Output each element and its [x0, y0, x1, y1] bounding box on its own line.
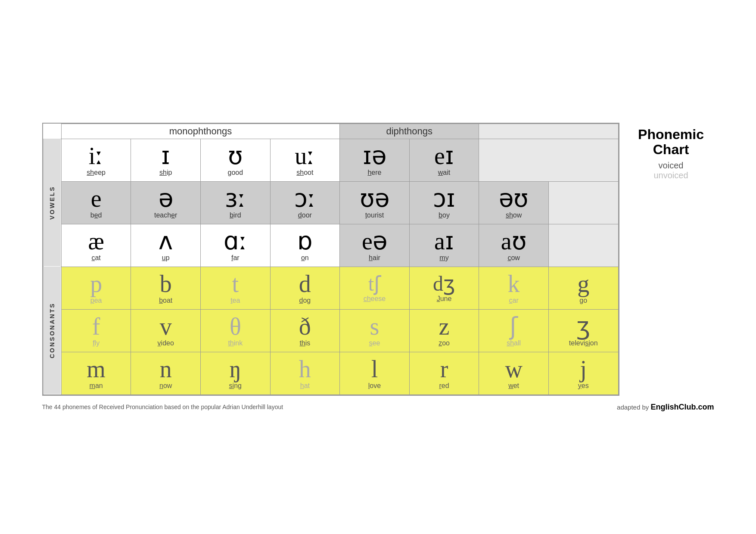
chart-container: monophthongs diphthongs VOWELS iː sheep: [42, 123, 619, 396]
cell-b: b boat: [131, 267, 201, 309]
cell-oo: ɔː door: [270, 181, 340, 224]
voiced-label: voiced: [628, 161, 714, 171]
cell-s: s see: [340, 309, 410, 352]
header-diphthongs: diphthongs: [340, 124, 479, 139]
cell-tsh: tʃ cheese: [340, 267, 410, 309]
consonant-row-3: m man n now ŋ sing: [43, 352, 618, 394]
cell-j: j yes: [548, 352, 618, 394]
cell-k: k car: [479, 267, 549, 309]
cell-dzh: dʒ June: [409, 267, 479, 309]
cell-oi: ɔɪ boy: [409, 181, 479, 224]
cell-l: l love: [340, 352, 410, 394]
header-row: monophthongs diphthongs: [43, 124, 618, 139]
cell-uu: uː shoot: [270, 139, 340, 181]
cell-d: d dog: [270, 267, 340, 309]
cell-schwa: ə teacher: [131, 181, 201, 224]
cell-t: t tea: [201, 267, 271, 309]
cell-ue: ʊə tourist: [340, 181, 410, 224]
empty-2: [548, 181, 618, 224]
consonant-row-1: CONSONANTS p pea b boat: [43, 267, 618, 309]
cell-f: f fly: [61, 309, 131, 352]
cell-ii: iː sheep: [61, 139, 131, 181]
header-monophthongs: monophthongs: [61, 124, 339, 139]
cell-ng: ŋ sing: [201, 352, 271, 394]
vowel-row-3: æ cat ʌ up ɑː far: [43, 224, 618, 267]
cell-ea: eə hair: [340, 224, 410, 267]
title-block: Phonemic Chart voiced unvoiced: [628, 123, 714, 180]
top-section: monophthongs diphthongs VOWELS iː sheep: [42, 123, 714, 396]
consonant-row-2: f fly v video θ think: [43, 309, 618, 352]
unvoiced-label: unvoiced: [628, 171, 714, 180]
cell-ei: eɪ wait: [409, 139, 479, 181]
footnote-text: The 44 phonemes of Received Pronunciatio…: [42, 404, 283, 410]
cell-ai: aɪ my: [409, 224, 479, 267]
credit-site: EnglishClub.com: [650, 403, 714, 411]
cell-upsilon: ʊ good: [201, 139, 271, 181]
phonemic-table: monophthongs diphthongs VOWELS iː sheep: [43, 124, 619, 395]
cell-n: n now: [131, 352, 201, 394]
vowels-label: VOWELS: [43, 139, 61, 267]
cell-3: ɜː bird: [201, 181, 271, 224]
credit-prefix: adapted by: [617, 404, 650, 411]
cell-ie: ɪə here: [340, 139, 410, 181]
cell-w: w wet: [479, 352, 549, 394]
cell-p: p pea: [61, 267, 131, 309]
cell-zh: ʒ television: [548, 309, 618, 352]
cell-au: aʊ cow: [479, 224, 549, 267]
cell-e: e bed: [61, 181, 131, 224]
empty-1: [479, 139, 618, 181]
cell-z: z zoo: [409, 309, 479, 352]
empty-3: [548, 224, 618, 267]
cell-I: ɪ ship: [131, 139, 201, 181]
page-wrapper: monophthongs diphthongs VOWELS iː sheep: [34, 114, 723, 420]
cell-eth: ð this: [270, 309, 340, 352]
cell-r: r red: [409, 352, 479, 394]
cell-lambda: ʌ up: [131, 224, 201, 267]
cell-v: v video: [131, 309, 201, 352]
cell-h: h hat: [270, 352, 340, 394]
cell-g: g go: [548, 267, 618, 309]
consonants-label: CONSONANTS: [43, 267, 61, 394]
cell-eu: əʊ show: [479, 181, 549, 224]
credit-text: adapted by EnglishClub.com: [617, 403, 714, 412]
vowel-row-1: VOWELS iː sheep ɪ ship: [43, 139, 618, 181]
footnote-section: The 44 phonemes of Received Pronunciatio…: [42, 403, 714, 412]
cell-m: m man: [61, 352, 131, 394]
cell-ae: æ cat: [61, 224, 131, 267]
cell-theta: θ think: [201, 309, 271, 352]
cell-sh: ʃ shall: [479, 309, 549, 352]
chart-title: Phonemic Chart: [628, 127, 714, 157]
vowel-row-2: e bed ə teacher ɜː bird: [43, 181, 618, 224]
cell-o: ɒ on: [270, 224, 340, 267]
cell-aa: ɑː far: [201, 224, 271, 267]
